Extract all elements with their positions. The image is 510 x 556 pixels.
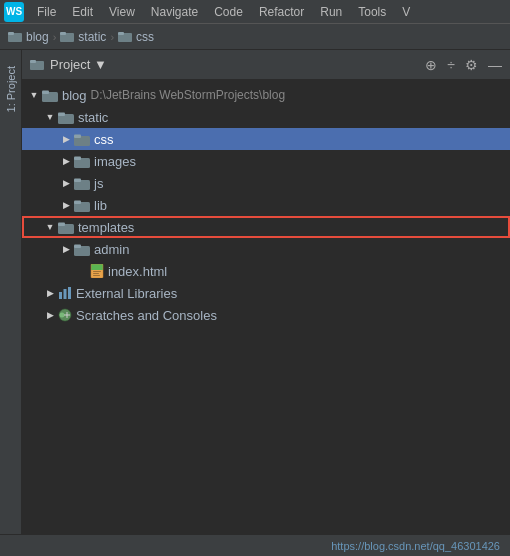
minimize-button[interactable]: — xyxy=(488,57,502,73)
tree-label-css: css xyxy=(94,132,114,147)
menu-run[interactable]: Run xyxy=(313,3,349,21)
scratch-icon xyxy=(58,308,72,322)
svg-rect-3 xyxy=(60,32,66,35)
svg-rect-13 xyxy=(74,135,81,139)
arrow-scratches: ▶ xyxy=(42,307,58,323)
folder-icon-templates xyxy=(58,221,74,233)
tree-root-path: D:\JetBrains WebStormProjects\blog xyxy=(91,88,286,102)
arrow-static: ▼ xyxy=(42,109,58,125)
svg-rect-5 xyxy=(118,32,124,35)
gear-button[interactable]: ⚙ xyxy=(465,57,478,73)
tree-item-static[interactable]: ▼ static xyxy=(22,106,510,128)
panel-folder-icon xyxy=(30,59,44,71)
tree-item-index-html[interactable]: ▶ index.html xyxy=(22,260,510,282)
arrow-lib: ▶ xyxy=(58,197,74,213)
ext-lib-icon xyxy=(58,286,72,300)
html-file-icon xyxy=(90,264,104,278)
tree-label-external-libraries: External Libraries xyxy=(76,286,177,301)
folder-icon-static xyxy=(58,111,74,123)
arrow-js: ▶ xyxy=(58,175,74,191)
folder-icon-images xyxy=(74,155,90,167)
arrow-templates: ▼ xyxy=(42,219,58,235)
tree-label-lib: lib xyxy=(94,198,107,213)
folder-icon-blog xyxy=(42,89,58,101)
arrow-external-libraries: ▶ xyxy=(42,285,58,301)
status-bar: https://blog.csdn.net/qq_46301426 xyxy=(0,534,510,556)
menu-file[interactable]: File xyxy=(30,3,63,21)
breadcrumb-item-blog[interactable]: blog xyxy=(26,30,49,44)
svg-rect-9 xyxy=(42,91,49,95)
panel-actions: ⊕ ÷ ⚙ — xyxy=(425,57,502,73)
tree-label-static: static xyxy=(78,110,108,125)
arrow-admin: ▶ xyxy=(58,241,74,257)
panel-header: Project ▼ ⊕ ÷ ⚙ — xyxy=(22,50,510,80)
svg-rect-26 xyxy=(91,264,103,270)
breadcrumb-folder-icon-3 xyxy=(118,31,132,43)
file-tree: ▼ blog D:\JetBrains WebStormProjects\blo… xyxy=(22,80,510,556)
globe-button[interactable]: ⊕ xyxy=(425,57,437,73)
panel-title: Project ▼ xyxy=(30,57,107,72)
menu-refactor[interactable]: Refactor xyxy=(252,3,311,21)
menu-view[interactable]: View xyxy=(102,3,142,21)
svg-rect-1 xyxy=(8,32,14,35)
arrow-css: ▶ xyxy=(58,131,74,147)
menu-items: File Edit View Navigate Code Refactor Ru… xyxy=(30,3,417,21)
svg-point-35 xyxy=(60,313,65,318)
sidebar-tab-project[interactable]: 1: Project xyxy=(3,60,19,118)
app-logo: WS xyxy=(4,2,24,22)
tree-item-blog[interactable]: ▼ blog D:\JetBrains WebStormProjects\blo… xyxy=(22,84,510,106)
tree-item-css[interactable]: ▶ css xyxy=(22,128,510,150)
tree-label-images: images xyxy=(94,154,136,169)
panel-title-text[interactable]: Project ▼ xyxy=(50,57,107,72)
breadcrumb-folder-icon-2 xyxy=(60,31,74,43)
svg-rect-33 xyxy=(68,287,71,299)
tree-item-scratches[interactable]: ▶ Scratches and Consoles xyxy=(22,304,510,326)
svg-rect-30 xyxy=(93,275,100,276)
menu-edit[interactable]: Edit xyxy=(65,3,100,21)
folder-icon-admin xyxy=(74,243,90,255)
tree-item-templates[interactable]: ▼ templates xyxy=(22,216,510,238)
svg-rect-7 xyxy=(30,60,36,63)
svg-rect-32 xyxy=(64,289,67,299)
breadcrumb-item-static[interactable]: static xyxy=(78,30,106,44)
tree-item-images[interactable]: ▶ images xyxy=(22,150,510,172)
status-url[interactable]: https://blog.csdn.net/qq_46301426 xyxy=(331,540,500,552)
arrow-images: ▶ xyxy=(58,153,74,169)
folder-icon-js xyxy=(74,177,90,189)
breadcrumb-sep-2: › xyxy=(110,31,114,43)
tree-item-lib[interactable]: ▶ lib xyxy=(22,194,510,216)
folder-icon-css xyxy=(74,133,90,145)
svg-rect-29 xyxy=(93,273,99,274)
breadcrumb: blog › static › css xyxy=(0,24,510,50)
folder-icon-lib xyxy=(74,199,90,211)
arrow-blog: ▼ xyxy=(26,87,42,103)
tree-item-admin[interactable]: ▶ admin xyxy=(22,238,510,260)
menu-navigate[interactable]: Navigate xyxy=(144,3,205,21)
arrow-index-html: ▶ xyxy=(74,263,90,279)
svg-rect-23 xyxy=(74,245,81,249)
tree-label-scratches: Scratches and Consoles xyxy=(76,308,217,323)
svg-rect-15 xyxy=(74,157,81,161)
main-panel: Project ▼ ⊕ ÷ ⚙ — ▼ blog D:\JetBrains We… xyxy=(22,50,510,556)
menubar: WS File Edit View Navigate Code Refactor… xyxy=(0,0,510,24)
svg-rect-11 xyxy=(58,113,65,117)
breadcrumb-sep-1: › xyxy=(53,31,57,43)
breadcrumb-item-css[interactable]: css xyxy=(136,30,154,44)
tree-label-index-html: index.html xyxy=(108,264,167,279)
tree-label-admin: admin xyxy=(94,242,129,257)
tree-item-js[interactable]: ▶ js xyxy=(22,172,510,194)
split-button[interactable]: ÷ xyxy=(447,57,455,73)
tree-label-templates: templates xyxy=(78,220,134,235)
svg-rect-31 xyxy=(59,292,62,299)
menu-tools[interactable]: Tools xyxy=(351,3,393,21)
svg-rect-28 xyxy=(93,271,101,272)
tree-item-external-libraries[interactable]: ▶ External Libraries xyxy=(22,282,510,304)
svg-rect-19 xyxy=(74,201,81,205)
menu-v[interactable]: V xyxy=(395,3,417,21)
menu-code[interactable]: Code xyxy=(207,3,250,21)
sidebar-tab-strip: 1: Project xyxy=(0,50,22,556)
tree-label-js: js xyxy=(94,176,103,191)
svg-rect-17 xyxy=(74,179,81,183)
tree-label-blog: blog xyxy=(62,88,87,103)
breadcrumb-folder-icon-1 xyxy=(8,31,22,43)
